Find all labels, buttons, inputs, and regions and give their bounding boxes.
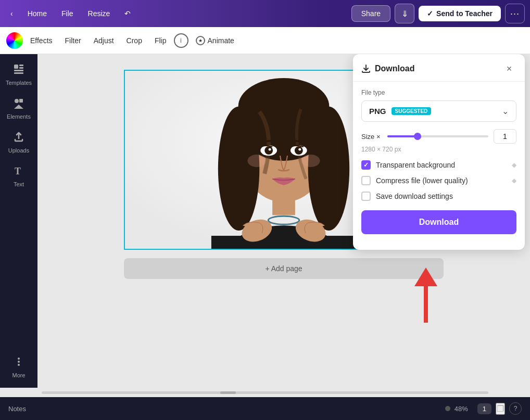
crop-label: Crop (127, 36, 142, 45)
effects-label: Effects (30, 36, 53, 45)
sidebar-item-text[interactable]: T Text (2, 160, 35, 193)
svg-point-27 (295, 146, 303, 155)
help-button[interactable]: ? (509, 402, 522, 415)
undo-icon: ↶ (124, 9, 131, 18)
svg-point-5 (15, 99, 19, 103)
elements-label: Elements (7, 113, 31, 120)
panel-title-text: Download (375, 64, 414, 73)
checkmark-icon: ✓ (427, 9, 433, 18)
canvas-area: + Add page Download × File type (37, 54, 530, 388)
bottom-bar: Notes 48% 1 ❐ ? (0, 397, 530, 420)
sidebar-item-more[interactable]: More (2, 351, 35, 384)
download-icon: ⇓ (401, 9, 408, 19)
file-type-select[interactable]: PNG SUGGESTED ⌄ (361, 100, 516, 122)
effects-button[interactable]: Effects (25, 33, 58, 48)
text-label: Text (14, 181, 24, 187)
file-type-inner: PNG SUGGESTED (369, 107, 431, 116)
svg-rect-0 (14, 65, 18, 69)
download-button[interactable]: Download (361, 210, 516, 234)
more-dots-icon: ··· (510, 8, 520, 19)
download-icon-button[interactable]: ⇓ (395, 4, 414, 23)
checkmark-icon: ✓ (363, 161, 369, 169)
uploads-label: Uploads (8, 147, 29, 154)
info-button[interactable]: i (174, 33, 188, 48)
flip-label: Flip (155, 36, 167, 45)
sidebar-item-templates[interactable]: Templates (2, 58, 35, 91)
uploads-icon (13, 131, 24, 145)
svg-point-25 (269, 148, 271, 151)
save-settings-row: Save download settings (361, 192, 516, 201)
svg-point-28 (298, 148, 301, 151)
red-arrow-annotation (414, 268, 437, 323)
compress-label: Compress file (lower quality) (376, 176, 468, 185)
svg-point-22 (238, 78, 330, 135)
more-dots-sidebar-icon (13, 356, 24, 370)
adjust-button[interactable]: Adjust (89, 33, 119, 48)
dimensions-text: 1280 × 720 px (361, 146, 516, 153)
image-toolbar: Effects Filter Adjust Crop Flip i ★ Anim… (0, 27, 530, 54)
flip-button[interactable]: Flip (149, 33, 172, 48)
sidebar-item-elements[interactable]: Elements (2, 92, 35, 125)
adjust-label: Adjust (94, 36, 114, 45)
notes-label: Notes (8, 405, 26, 413)
panel-header: Download × (353, 54, 525, 82)
resize-label: Resize (88, 9, 110, 18)
resize-button[interactable]: Resize (83, 6, 116, 21)
more-options-button[interactable]: ··· (505, 4, 525, 23)
elements-icon (13, 97, 24, 111)
transparent-bg-row: ✓ Transparent background ◆ (361, 160, 516, 170)
download-panel-icon (361, 64, 371, 73)
expand-button[interactable]: ❐ (496, 403, 505, 415)
transparent-bg-checkbox[interactable]: ✓ (361, 160, 371, 170)
slider-thumb[interactable] (414, 133, 421, 140)
scrollbar-area (0, 388, 530, 397)
file-label: File (61, 9, 73, 18)
download-btn-label: Download (419, 218, 459, 226)
more-label: More (12, 372, 25, 378)
expand-icon: ❐ (497, 404, 504, 413)
color-swatch[interactable] (6, 32, 23, 49)
size-slider[interactable] (387, 135, 488, 137)
file-type-label: File type (361, 89, 516, 96)
crop-button[interactable]: Crop (121, 33, 147, 48)
size-row: Size × 1 (361, 129, 516, 144)
zoom-dot[interactable] (445, 406, 450, 411)
back-button[interactable]: ‹ (5, 6, 18, 21)
file-button[interactable]: File (56, 6, 79, 21)
arrow-line (424, 286, 428, 323)
svg-point-10 (18, 361, 20, 363)
close-panel-button[interactable]: × (502, 61, 516, 76)
zoom-slider[interactable] (445, 406, 450, 411)
svg-point-9 (18, 358, 20, 360)
suggested-badge: SUGGESTED (392, 107, 432, 115)
compress-pro-icon: ◆ (512, 177, 516, 184)
svg-marker-7 (14, 105, 23, 109)
animate-button[interactable]: ★ Animate (191, 33, 239, 48)
svg-point-29 (247, 155, 266, 167)
top-navigation-bar: ‹ Home File Resize ↶ Share ⇓ ✓ Send to T… (0, 0, 530, 27)
save-settings-checkbox[interactable] (361, 192, 371, 201)
question-mark-icon: ? (514, 405, 518, 412)
size-input[interactable]: 1 (494, 129, 516, 144)
add-page-button[interactable]: + Add page (124, 258, 444, 279)
page-indicator: 1 (477, 403, 491, 414)
send-teacher-label: Send to Teacher (436, 9, 493, 18)
compress-checkbox[interactable] (361, 176, 371, 185)
undo-button[interactable]: ↶ (119, 6, 136, 21)
back-arrow-icon: ‹ (10, 9, 13, 18)
share-button[interactable]: Share (351, 5, 390, 22)
pro-icon: ◆ (512, 161, 516, 169)
share-label: Share (361, 9, 381, 18)
panel-body: File type PNG SUGGESTED ⌄ Size × 1 (353, 82, 525, 241)
transparent-bg-label: Transparent background (376, 161, 455, 169)
filter-button[interactable]: Filter (60, 33, 86, 48)
send-to-teacher-button[interactable]: ✓ Send to Teacher (419, 6, 501, 21)
arrow-head (414, 268, 437, 286)
svg-point-30 (301, 155, 320, 167)
home-label: Home (28, 9, 47, 18)
text-icon: T (13, 165, 24, 179)
home-button[interactable]: Home (22, 6, 52, 21)
download-panel: Download × File type PNG SUGGESTED ⌄ Siz… (353, 54, 525, 250)
sidebar-item-uploads[interactable]: Uploads (2, 126, 35, 159)
svg-point-24 (264, 146, 273, 155)
